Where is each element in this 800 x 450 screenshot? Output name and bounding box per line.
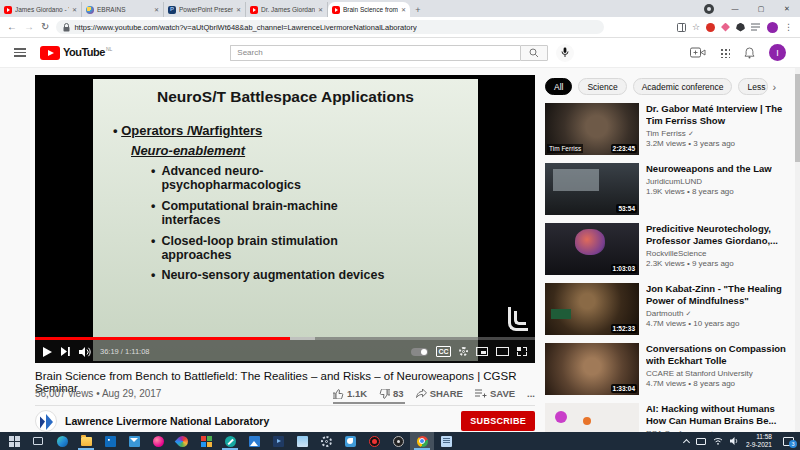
taskbar-clock[interactable]: 11:58 2-9-2021 <box>746 433 772 450</box>
related-title[interactable]: Dr. Gabor Maté Interview | The Tim Ferri… <box>646 103 793 127</box>
action-center-icon[interactable]: 3 <box>783 437 794 446</box>
search-button[interactable] <box>520 45 548 61</box>
voice-search-button[interactable] <box>556 44 574 62</box>
tab-brain-science-active[interactable]: Brain Science from Bench to Batt ✕ <box>328 2 410 17</box>
play-icon[interactable] <box>43 347 52 357</box>
more-actions-button[interactable]: ... <box>527 388 535 399</box>
miniplayer-icon[interactable] <box>476 347 488 356</box>
fullscreen-icon[interactable] <box>517 347 527 356</box>
related-title[interactable]: Predicitive Neurotechology, Professor Ja… <box>646 223 793 247</box>
tab-ebrains[interactable]: EBRAINS ✕ <box>82 2 164 17</box>
tab-close-icon[interactable]: ✕ <box>318 6 323 13</box>
reload-icon[interactable]: ↻ <box>41 22 49 32</box>
settings-gear-icon[interactable] <box>459 347 468 356</box>
url-text[interactable]: https://www.youtube.com/watch?v=aUtQbriW… <box>74 23 416 32</box>
extension-pink-icon[interactable] <box>721 23 730 32</box>
related-video-1[interactable]: Tim Ferriss 2:23:45 Dr. Gabor Maté Inter… <box>545 103 793 155</box>
taskbar-recorder[interactable] <box>362 432 386 450</box>
video-thumbnail[interactable]: 1:33:04 <box>545 343 639 395</box>
taskbar-mail[interactable] <box>122 432 146 450</box>
video-player[interactable]: NeuroS/T Battlespace Applications Operat… <box>35 75 535 363</box>
related-title[interactable]: Conversations on Compassion with Eckhart… <box>646 343 793 367</box>
taskbar-tiles-app[interactable] <box>194 432 218 450</box>
extension-dark-icon[interactable] <box>736 23 745 32</box>
tab-close-icon[interactable]: ✕ <box>401 6 406 13</box>
taskbar-settings[interactable] <box>314 432 338 450</box>
chip-all[interactable]: All <box>545 78 572 95</box>
back-icon[interactable]: ← <box>7 22 17 32</box>
taskbar-photos[interactable] <box>290 432 314 450</box>
autoplay-toggle[interactable] <box>411 348 428 356</box>
taskbar-file-explorer[interactable] <box>74 432 98 450</box>
chrome-avatar[interactable] <box>767 22 778 33</box>
taskbar-capture[interactable] <box>386 432 410 450</box>
chip-truncated[interactable]: Less <box>738 78 768 95</box>
save-button[interactable]: SAVE <box>475 388 515 399</box>
search-input[interactable] <box>230 45 520 61</box>
related-channel[interactable]: JuridicumLUND <box>646 177 772 186</box>
next-icon[interactable] <box>61 347 70 356</box>
related-channel[interactable]: RockvilleScience <box>646 249 793 258</box>
video-thumbnail[interactable]: Tim Ferriss 2:23:45 <box>545 103 639 155</box>
bookmark-star-icon[interactable]: ☆ <box>692 23 700 32</box>
forward-icon[interactable]: → <box>24 22 34 32</box>
taskbar-chrome-active[interactable] <box>410 432 434 450</box>
video-thumbnail[interactable]: 1:52:33 <box>545 283 639 335</box>
channel-avatar[interactable] <box>35 410 57 432</box>
hamburger-menu-icon[interactable] <box>14 48 26 57</box>
keyboard-tray-icon[interactable] <box>696 438 706 445</box>
subscribe-button[interactable]: SUBSCRIBE <box>461 411 535 431</box>
chip-science[interactable]: Science <box>578 78 626 95</box>
maximize-button[interactable]: ▢ <box>748 5 774 13</box>
closed-captions-button[interactable]: CC <box>436 346 451 357</box>
taskbar-notepad[interactable] <box>434 432 458 450</box>
address-bar[interactable]: https://www.youtube.com/watch?v=aUtQbriW… <box>56 20 604 34</box>
reading-list-icon[interactable] <box>751 23 761 31</box>
browser-profile-icon[interactable] <box>704 4 714 14</box>
scrollbar-thumb[interactable] <box>795 74 800 162</box>
related-video-4[interactable]: 1:52:33 Jon Kabat-Zinn - "The Healing Po… <box>545 283 793 335</box>
extension-adblock-icon[interactable] <box>706 23 715 32</box>
tab-james-giordano[interactable]: James Giordano - YouTube ✕ <box>0 2 82 17</box>
volume-icon[interactable] <box>79 347 91 357</box>
related-title[interactable]: AI: Hacking without Humans How Can Human… <box>646 403 793 427</box>
tab-battlescape[interactable]: Dr. James Giordano: Battlescape ✕ <box>246 2 328 17</box>
dislike-button[interactable]: 83 <box>379 388 404 399</box>
side-panel-icon[interactable] <box>677 23 686 32</box>
related-title[interactable]: Jon Kabat-Zinn - "The Healing Power of M… <box>646 283 793 307</box>
like-button[interactable]: 1.1K <box>333 388 367 399</box>
video-thumbnail[interactable]: 53:54 <box>545 163 639 215</box>
notifications-bell-icon[interactable] <box>744 47 755 59</box>
taskbar-store[interactable] <box>98 432 122 450</box>
chips-scroll-arrow[interactable]: › <box>772 81 776 93</box>
task-view-button[interactable] <box>26 432 50 450</box>
theater-mode-icon[interactable] <box>496 347 509 356</box>
taskbar-color-app[interactable] <box>170 432 194 450</box>
browser-menu-icon[interactable]: ⋮ <box>784 23 793 32</box>
taskbar-edge[interactable] <box>50 432 74 450</box>
share-button[interactable]: SHARE <box>416 388 463 399</box>
chip-academic-conference[interactable]: Academic conference <box>633 78 733 95</box>
start-button[interactable] <box>2 432 26 450</box>
taskbar-pictures[interactable] <box>242 432 266 450</box>
apps-grid-icon[interactable] <box>720 48 730 58</box>
new-tab-button[interactable]: + <box>410 2 426 17</box>
related-channel[interactable]: Dartmouth ✓ <box>646 309 793 318</box>
tab-close-icon[interactable]: ✕ <box>72 6 77 13</box>
tab-close-icon[interactable]: ✕ <box>236 6 241 13</box>
related-video-5[interactable]: 1:33:04 Conversations on Compassion with… <box>545 343 793 395</box>
youtube-avatar[interactable]: I <box>769 44 786 61</box>
related-video-2[interactable]: 53:54 Neuroweapons and the Law Juridicum… <box>545 163 793 215</box>
related-video-3[interactable]: 1:03:03 Predicitive Neurotechology, Prof… <box>545 223 793 275</box>
page-scrollbar[interactable] <box>795 68 800 432</box>
channel-name[interactable]: Lawrence Livermore National Laboratory <box>65 415 269 427</box>
taskbar-snip-sketch[interactable] <box>218 432 242 450</box>
related-channel[interactable]: CCARE at Stanford University <box>646 369 793 378</box>
related-channel[interactable]: Tim Ferriss ✓ <box>646 129 793 138</box>
taskbar-paint[interactable] <box>338 432 362 450</box>
taskbar-paint3d[interactable] <box>146 432 170 450</box>
speaker-icon[interactable] <box>730 437 739 445</box>
related-title[interactable]: Neuroweapons and the Law <box>646 163 772 175</box>
wifi-icon[interactable] <box>713 437 723 445</box>
tray-expand-icon[interactable] <box>683 438 690 445</box>
